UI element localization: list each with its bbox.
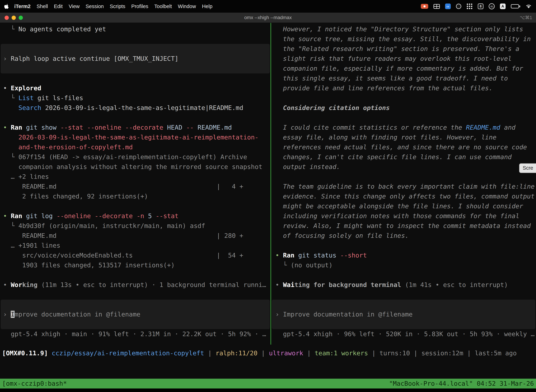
text-segment: However, I noticed the "Directory Struct… xyxy=(275,25,523,33)
right-prompt-input[interactable]: › Improve documentation in @filename xyxy=(272,300,535,329)
text-segment: › xyxy=(3,55,11,62)
text-segment: git log xyxy=(22,212,57,219)
left-prompt-input[interactable]: › Improve documentation in @filename xyxy=(1,300,270,329)
code-icon[interactable] xyxy=(445,4,451,9)
terminal-line: The team guideline is to back every impo… xyxy=(271,182,536,191)
screenshot-tooltip[interactable]: Scre xyxy=(519,163,536,173)
terminal-line: • Working (11m 13s • esc to interrupt) ·… xyxy=(0,280,270,290)
screen-bottom-strip xyxy=(0,388,536,392)
text-segment: List xyxy=(19,94,34,102)
grid-icon[interactable] xyxy=(433,4,440,9)
battery-icon[interactable] xyxy=(511,4,520,9)
text-segment: [omx-cczip0:bash* xyxy=(2,380,67,387)
text-segment: Wai xyxy=(283,281,294,288)
text-segment: README.md xyxy=(194,124,232,131)
terminal-line xyxy=(0,113,270,123)
text-segment: • xyxy=(275,281,283,288)
key-8-icon[interactable] xyxy=(478,4,483,9)
screen-recording-icon[interactable] xyxy=(421,4,428,9)
terminal-line: └ No agents completed yet xyxy=(0,24,270,34)
menubar-item-window[interactable]: Window xyxy=(175,4,199,9)
text-segment: provide file and line references from th… xyxy=(275,84,493,92)
left-terminal-pane[interactable]: └ No agents completed yet › Ralph loop a… xyxy=(0,23,270,345)
text-segment: ralph:11/20 xyxy=(215,350,258,357)
right-terminal-pane[interactable]: However, I noticed the "Directory Struct… xyxy=(271,23,536,345)
text-segment: Improve documentation in @filename xyxy=(283,311,412,318)
text-segment: … +1901 lines xyxy=(3,242,60,249)
text-segment: [OMX#0.11.9] xyxy=(2,350,52,357)
terminal-line: essay file, along with finding root file… xyxy=(271,132,536,142)
minimize-button[interactable] xyxy=(12,16,16,20)
terminal-line: • Waiting for background terminal (1m 41… xyxy=(271,280,536,290)
tmux-session-window-label: [omx-cczip0:bash* xyxy=(2,379,67,388)
menubar-item-shell[interactable]: Shell xyxy=(34,4,51,9)
terminal-line: • Ran git status --short xyxy=(271,250,536,260)
text-segment: • xyxy=(275,252,283,259)
meter-icon[interactable] xyxy=(489,3,495,9)
text-segment: references need actual files, and since … xyxy=(275,144,527,151)
terminal-line: • Ran git show --stat --oneline --decora… xyxy=(0,123,270,132)
menubar-item-toolbelt[interactable]: Toolbelt xyxy=(151,4,175,9)
text-segment: README.md | 280 + xyxy=(3,232,243,239)
terminal-line: • Explored xyxy=(0,83,270,93)
ralph-status-text: › Ralph loop active continue [OMX_TMUX_I… xyxy=(3,54,178,64)
terminal-line xyxy=(271,113,536,123)
text-segment: • xyxy=(3,212,11,219)
terminal-area: └ No agents completed yet › Ralph loop a… xyxy=(0,23,536,345)
battery-body xyxy=(511,4,519,9)
input-source-icon[interactable] xyxy=(500,4,506,9)
menubar-item-edit[interactable]: Edit xyxy=(51,4,66,9)
menubar-item-view[interactable]: View xyxy=(66,4,82,9)
terminal-line xyxy=(271,241,536,250)
text-segment: "MacBook-Pro-44.local" 04:52 31-Mar-26 xyxy=(389,380,534,387)
terminal-line: references need actual files, and since … xyxy=(271,142,536,152)
text-segment: and xyxy=(500,124,516,131)
menubar-item-iterm2[interactable]: iTerm2 xyxy=(11,4,34,9)
terminal-line: slight risk that future readers may over… xyxy=(271,54,536,64)
text-segment: 067f154 (HEAD -> essay/ai-reimplementati… xyxy=(19,153,247,160)
apple-icon[interactable] xyxy=(4,3,10,9)
text-segment: changes, I can't cite specific file line… xyxy=(275,153,512,160)
dots-grid-icon[interactable] xyxy=(467,4,473,9)
text-segment: 2026-03-09-is-legal-the-same-as-legitima… xyxy=(41,104,243,111)
right-pane-status-line: gpt-5.4 xhigh · 96% left · 520K in · 5.8… xyxy=(271,329,536,339)
wifi-icon[interactable] xyxy=(526,4,532,9)
zoom-button[interactable] xyxy=(19,16,23,20)
text-segment: git ls-files xyxy=(34,94,83,102)
window-titlebar: omx --xhigh --madmax ⌥⌘1 xyxy=(0,13,536,23)
window-title: omx --xhigh --madmax xyxy=(244,15,292,20)
text-segment: turns:10 xyxy=(379,350,410,357)
terminal-line: Search 2026-03-09-is-legal-the-same-as-l… xyxy=(0,103,270,113)
text-segment: gpt-5.4 xhigh · main · 91% left · 2.31M … xyxy=(3,330,266,338)
text-segment: … +2 lines xyxy=(3,173,49,180)
text-segment: Wor xyxy=(11,281,22,288)
text-segment: Explored xyxy=(11,84,41,92)
menubar-item-profiles[interactable]: Profiles xyxy=(128,4,151,9)
menubar-item-session[interactable]: Session xyxy=(83,4,107,9)
terminal-line: and-the-erosion-of-copyleft.md xyxy=(0,142,270,152)
menubar-status-area xyxy=(421,3,532,9)
terminal-line: 2 files changed, 92 insertions(+) xyxy=(0,191,270,201)
terminal-line: this single essay, it seems like a good … xyxy=(271,73,536,83)
circle-icon[interactable] xyxy=(456,4,461,9)
terminal-line: └ 067f154 (HEAD -> essay/ai-reimplementa… xyxy=(0,152,270,162)
ralph-status-box: › Ralph loop active continue [OMX_TMUX_I… xyxy=(1,44,270,73)
left-prompt-placeholder: › Improve documentation in @filename xyxy=(3,309,140,319)
text-segment: Search xyxy=(19,104,41,111)
text-segment: No agents completed yet xyxy=(19,25,106,33)
omx-status-bar: [OMX#0.11.9] cczip/essay/ai-reimplementa… xyxy=(0,345,536,358)
text-segment: last:5m ago xyxy=(475,350,517,357)
traffic-lights xyxy=(0,16,23,20)
text-segment: I could cite commit statistics or refere… xyxy=(275,124,466,131)
text-segment: • xyxy=(3,281,11,288)
close-button[interactable] xyxy=(5,16,9,20)
menubar-item-help[interactable]: Help xyxy=(199,4,215,9)
terminal-line xyxy=(271,270,536,280)
text-segment: -- xyxy=(186,124,194,131)
text-segment: ultrawork xyxy=(269,350,303,357)
text-segment: essay file, along with finding root file… xyxy=(275,134,496,141)
menubar-item-scripts[interactable]: Scripts xyxy=(107,4,128,9)
text-segment: └ xyxy=(3,153,19,160)
tmux-status-bar: [omx-cczip0:bash* "MacBook-Pro-44.local"… xyxy=(0,379,536,388)
text-segment: king xyxy=(22,281,38,288)
